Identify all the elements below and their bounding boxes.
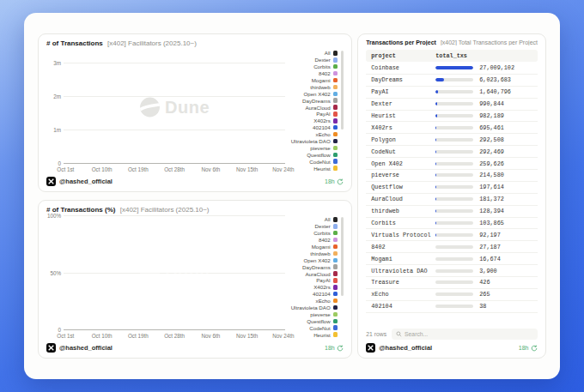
legend-item-open-x402[interactable]: Open X402 (289, 90, 338, 97)
legend-item-ultravioleta-dao[interactable]: Ultravioleta DAO (289, 305, 338, 311)
legend-item-thirdweb[interactable]: thirdweb (289, 250, 338, 256)
legend-item-payai[interactable]: PayAI (289, 111, 338, 118)
value-bar-track (435, 150, 473, 154)
legend-item-mogami[interactable]: Mogami (289, 77, 338, 84)
legend-item-heurist[interactable]: Heurist (289, 331, 338, 338)
refresh-indicator[interactable]: 18h (325, 178, 344, 185)
attribution-link[interactable]: @hashed_official (46, 343, 113, 353)
legend-item-8402[interactable]: 8402 (289, 237, 338, 244)
legend-swatch (333, 98, 338, 103)
legend-item-dexter[interactable]: Dexter (289, 223, 338, 230)
attribution-link[interactable]: @hashed_official (46, 177, 113, 186)
x-tick-label: Oct 19th (128, 166, 149, 172)
legend-label: pieverse (310, 311, 330, 317)
legend-label: Dexter (315, 57, 331, 63)
legend-item-auracloud[interactable]: AuraCloud (289, 104, 338, 111)
legend-swatch (333, 258, 338, 263)
legend-item-pieverse[interactable]: pieverse (289, 144, 338, 151)
value-bar-track (435, 173, 473, 177)
x-tick-label: Oct 1st (57, 166, 74, 172)
panel-transactions-percent: # of Transactions (%) [x402] Facilitator… (38, 200, 352, 359)
table-row: Dexter990,844 (366, 99, 538, 111)
attribution-handle: @hashed_official (59, 344, 113, 352)
refresh-indicator[interactable]: 18h (519, 345, 538, 352)
legend-item-daydreams[interactable]: DayDreams (289, 263, 338, 270)
legend-scrollbar[interactable] (341, 217, 344, 296)
total-txs-value: 6,023,683 (479, 76, 532, 83)
refresh-indicator[interactable]: 18h (325, 345, 344, 352)
legend-item-xecho[interactable]: xEcho (289, 298, 338, 305)
column-header-project[interactable]: project (371, 52, 435, 59)
legend-item-8402[interactable]: 8402 (289, 70, 338, 77)
legend-item-x402rs[interactable]: X402rs (289, 118, 338, 124)
refresh-icon (531, 345, 538, 352)
total-txs-value: 982,189 (479, 112, 532, 119)
dune-logo-icon (139, 262, 161, 284)
project-name: PayAI (371, 88, 435, 95)
chart-title-row: # of Transactions (%) [x402] Facilitator… (46, 206, 344, 214)
attribution-link[interactable]: @hashed_official (366, 343, 432, 353)
table-search[interactable] (392, 329, 538, 340)
legend-label: AuraCloud (305, 271, 330, 277)
x-tick-label: Oct 1st (57, 333, 74, 339)
value-bar-track (435, 197, 473, 201)
legend-item-ultravioleta-dao[interactable]: Ultravioleta DAO (289, 138, 338, 145)
legend-item-questflow[interactable]: Questflow (289, 317, 338, 324)
legend-label: Questflow (307, 152, 331, 158)
legend-item-questflow[interactable]: Questflow (289, 151, 338, 158)
legend-swatch (333, 278, 338, 283)
axis-baseline (64, 329, 285, 330)
total-txs-value: 990,844 (479, 100, 532, 107)
legend-item-pieverse[interactable]: pieverse (289, 311, 338, 317)
legend-item-mogami[interactable]: Mogami (289, 244, 338, 250)
legend-label: X402rs (313, 284, 331, 290)
table-row: Mogami16,674 (366, 253, 538, 265)
legend-scrollbar[interactable] (341, 51, 344, 130)
total-txs-value: 16,674 (479, 256, 532, 262)
legend-label: pieverse (310, 145, 330, 151)
refresh-icon (337, 345, 344, 352)
table-row: Ultravioleta DAO3,900 (366, 265, 538, 277)
legend-item-402104[interactable]: 402104 (289, 291, 338, 298)
chart-legend: AllDexterCorbits8402MogamithirdwebOpen X… (289, 216, 344, 340)
legend-item-open-x402[interactable]: Open X402 (289, 256, 338, 263)
project-name: X402rs (371, 124, 435, 131)
legend-label: Mogami (312, 77, 331, 83)
legend-item-402104[interactable]: 402104 (289, 124, 338, 131)
value-bar-track (435, 269, 473, 273)
x-tick-label: Oct 28th (164, 166, 185, 172)
total-txs-value: 265 (479, 291, 532, 298)
legend-item-all[interactable]: All (289, 50, 338, 57)
column-header-total-txs[interactable]: total_txs (435, 52, 532, 59)
legend-item-x402rs[interactable]: X402rs (289, 284, 338, 291)
legend-item-heurist[interactable]: Heurist (289, 165, 338, 172)
legend-item-xecho[interactable]: xEcho (289, 131, 338, 138)
legend-item-dexter[interactable]: Dexter (289, 57, 338, 63)
attribution-handle: @hashed_official (59, 178, 113, 185)
legend-swatch (333, 292, 338, 297)
legend-label: 8402 (319, 237, 331, 243)
legend-item-auracloud[interactable]: AuraCloud (289, 270, 338, 277)
legend-label: PayAI (316, 277, 331, 283)
legend-item-thirdweb[interactable]: thirdweb (289, 83, 338, 90)
total-txs-value: 38 (479, 303, 532, 310)
search-input[interactable] (405, 331, 533, 337)
legend-item-all[interactable]: All (289, 216, 338, 223)
total-txs-value: 128,394 (479, 208, 532, 214)
legend-swatch (333, 319, 338, 324)
legend-item-corbits[interactable]: Corbits (289, 63, 338, 70)
legend-item-daydreams[interactable]: DayDreams (289, 97, 338, 104)
bar-chart-transactions: Dune 3m2m1m0 (64, 50, 285, 164)
project-name: Ultravioleta DAO (371, 268, 435, 274)
project-name: Open X402 (371, 160, 435, 167)
legend-label: Open X402 (303, 257, 330, 263)
chart-body: Dune 3m2m1m0 Oct 1stOct 10thOct 19thOct … (46, 50, 344, 173)
legend-item-corbits[interactable]: Corbits (289, 230, 338, 237)
project-name: 8402 (371, 244, 435, 250)
legend-item-codenut[interactable]: CodeNut (289, 158, 338, 165)
legend-item-payai[interactable]: PayAI (289, 277, 338, 284)
total-txs-value: 695,461 (479, 124, 532, 131)
chart-footer: @hashed_official 18h (46, 177, 344, 186)
legend-swatch (333, 85, 338, 90)
legend-item-codenut[interactable]: CodeNut (289, 324, 338, 331)
